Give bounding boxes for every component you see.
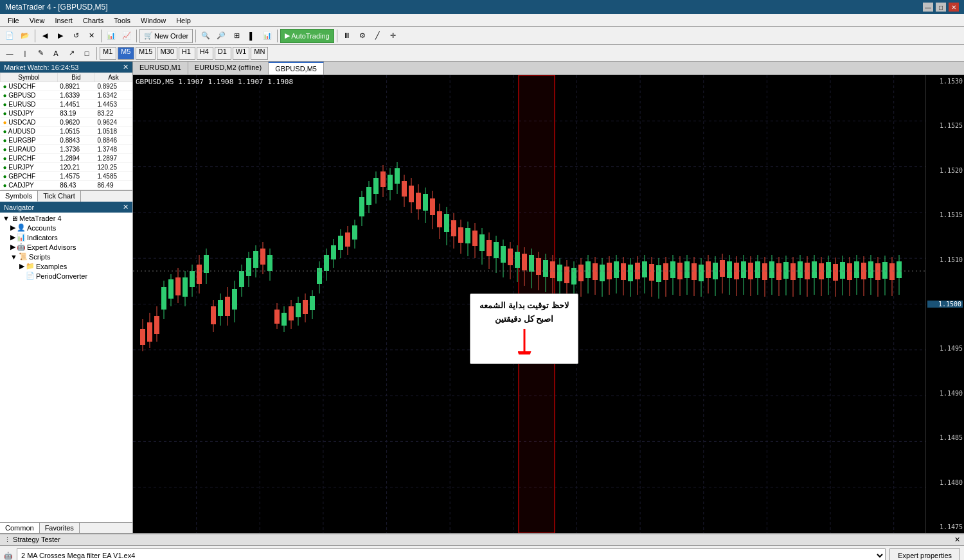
chart-tab-gbpusd-m5[interactable]: GBPUSD,M5 <box>269 62 324 74</box>
mw-symbol: ● EURJPY <box>1 163 58 172</box>
market-watch-row[interactable]: ● GBPCHF 1.4575 1.4585 <box>1 172 132 181</box>
open-button[interactable]: 📂 <box>18 29 32 43</box>
market-watch-close[interactable]: ✕ <box>123 63 129 71</box>
price-axis: 1.1530 1.1525 1.1520 1.1515 1.1510 1.150… <box>925 75 964 533</box>
nav-period-converter[interactable]: 📄 PeriodConverter <box>1 271 131 281</box>
svg-rect-226 <box>847 263 852 280</box>
arrow-tool[interactable]: ↗ <box>64 46 78 60</box>
minimize-button[interactable]: — <box>923 3 933 12</box>
chart-type-candle[interactable]: 📊 <box>260 29 274 43</box>
maximize-button[interactable]: □ <box>936 3 946 12</box>
zoom-in-button[interactable]: 🔍 <box>199 29 213 43</box>
mw-tab-tick-chart[interactable]: Tick Chart <box>38 191 81 202</box>
trendline-button[interactable]: ╱ <box>371 29 385 43</box>
chart-main[interactable]: GBPUSD,M5 1.1907 1.1908 1.1907 1.1908 لا… <box>133 75 925 533</box>
new-order-button[interactable]: 🛒 New Order <box>139 29 193 43</box>
svg-rect-31 <box>161 287 166 310</box>
menu-tools[interactable]: Tools <box>109 15 136 26</box>
nav-tab-common[interactable]: Common <box>0 523 40 533</box>
chart-area: EURUSD,M1 EURUSD,M2 (offline) GBPUSD,M5 … <box>133 62 964 533</box>
separator3 <box>136 30 137 42</box>
chart-btn1[interactable]: 📊 <box>104 29 118 43</box>
nav-scripts[interactable]: ▼ 📜 Scripts <box>1 252 131 261</box>
chart-tab-eurusd-m1[interactable]: EURUSD,M1 <box>133 62 188 74</box>
menu-charts[interactable]: Charts <box>78 15 109 26</box>
menu-window[interactable]: Window <box>136 15 171 26</box>
mw-ask: 86.49 <box>94 181 132 190</box>
market-watch-row[interactable]: ● EURJPY 120.21 120.25 <box>1 163 132 172</box>
vertical-line-tool[interactable]: | <box>18 46 32 60</box>
market-watch-row[interactable]: ● USDCHF 0.8921 0.8925 <box>1 82 132 91</box>
nav-expert-advisors[interactable]: ▶ 🤖 Expert Advisors <box>1 242 131 252</box>
svg-rect-57 <box>253 251 258 268</box>
nav-scripts-icon: 📜 <box>19 252 28 261</box>
svg-rect-93 <box>380 171 386 187</box>
indicators-button[interactable]: Ⅲ <box>340 29 354 43</box>
svg-rect-160 <box>614 261 619 278</box>
svg-rect-206 <box>776 263 781 280</box>
menu-insert[interactable]: Insert <box>49 15 78 26</box>
market-watch-title: Market Watch: 16:24:53 <box>4 64 78 71</box>
market-watch-row[interactable]: ● EURUSD 1.4451 1.4453 <box>1 100 132 109</box>
svg-rect-83 <box>345 232 350 247</box>
ea-selector[interactable]: 2 MA Crosses Mega filter EA V1.ex4 <box>17 548 886 560</box>
expert-properties-button[interactable]: Expert properties <box>889 548 960 560</box>
rect-tool[interactable]: □ <box>80 46 94 60</box>
tf-h1[interactable]: H1 <box>179 47 195 60</box>
market-watch-row[interactable]: ● EURGBP 0.8843 0.8846 <box>1 136 132 145</box>
pen-tool[interactable]: ✎ <box>33 46 48 60</box>
line-tool[interactable]: — <box>3 46 17 60</box>
back-button[interactable]: ◀ <box>38 29 52 43</box>
market-watch-row[interactable]: ● CADJPY 86.43 86.49 <box>1 181 132 190</box>
market-watch-row[interactable]: ● EURCHF 1.2894 1.2897 <box>1 154 132 163</box>
nav-metatrader4[interactable]: ▼ 🖥 MetaTrader 4 <box>1 214 131 223</box>
svg-rect-45 <box>211 306 216 324</box>
svg-rect-238 <box>889 263 895 280</box>
market-watch-row[interactable]: ● USDJPY 83.19 83.22 <box>1 109 132 118</box>
nav-examples[interactable]: ▶ 📁 Examples <box>1 261 131 271</box>
close-button[interactable]: ✕ <box>949 3 959 12</box>
stop-button[interactable]: ✕ <box>84 29 98 43</box>
crosshair-button[interactable]: ✛ <box>386 29 400 43</box>
tf-h4[interactable]: H4 <box>197 47 213 60</box>
market-watch-row[interactable]: ● USDCAD 0.9620 0.9624 <box>1 118 132 127</box>
chart-tab-eurusd-m2[interactable]: EURUSD,M2 (offline) <box>188 62 269 74</box>
mw-tab-symbols[interactable]: Symbols <box>0 191 38 202</box>
tf-m15[interactable]: M15 <box>136 47 156 60</box>
tf-mn[interactable]: MN <box>251 47 268 60</box>
mw-bid: 86.43 <box>57 181 94 190</box>
tf-m5[interactable]: M5 <box>118 47 134 60</box>
menu-file[interactable]: File <box>3 15 24 26</box>
text-tool[interactable]: A <box>49 46 63 60</box>
svg-rect-97 <box>395 168 400 184</box>
tf-w1[interactable]: W1 <box>233 47 250 60</box>
nav-accounts-icon: 👤 <box>17 223 26 232</box>
nav-accounts[interactable]: ▶ 👤 Accounts <box>1 223 131 232</box>
menu-help[interactable]: Help <box>171 15 196 26</box>
new-button[interactable]: 📄 <box>3 29 17 43</box>
nav-indicators[interactable]: ▶ 📊 Indicators <box>1 232 131 242</box>
grid-button[interactable]: ⊞ <box>229 29 244 43</box>
mw-ask: 1.3748 <box>94 145 132 154</box>
refresh-button[interactable]: ↺ <box>69 29 83 43</box>
svg-rect-208 <box>783 262 789 279</box>
market-watch-row[interactable]: ● AUDUSD 1.0515 1.0518 <box>1 127 132 136</box>
market-watch-row[interactable]: ● EURAUD 1.3736 1.3748 <box>1 145 132 154</box>
tf-m30[interactable]: M30 <box>157 47 177 60</box>
chart-type-bar[interactable]: ▌ <box>245 29 259 43</box>
mw-symbol: ● USDCAD <box>1 118 58 127</box>
menu-view[interactable]: View <box>24 15 50 26</box>
nav-indicators-icon: 📊 <box>17 233 26 241</box>
nav-tab-favorites[interactable]: Favorites <box>40 523 80 533</box>
tf-m1[interactable]: M1 <box>100 47 116 60</box>
chart-btn2[interactable]: 📈 <box>120 29 134 43</box>
zoom-out-button[interactable]: 🔎 <box>214 29 228 43</box>
settings-button[interactable]: ⚙ <box>355 29 370 43</box>
market-watch-row[interactable]: ● GBPUSD 1.6339 1.6342 <box>1 91 132 100</box>
mw-symbol: ● EURGBP <box>1 136 58 145</box>
navigator-close[interactable]: ✕ <box>123 203 129 211</box>
forward-button[interactable]: ▶ <box>53 29 67 43</box>
st-collapse[interactable]: ✕ <box>954 536 960 544</box>
auto-trading-button[interactable]: ▶ AutoTrading <box>280 29 334 43</box>
tf-d1[interactable]: D1 <box>215 47 231 60</box>
